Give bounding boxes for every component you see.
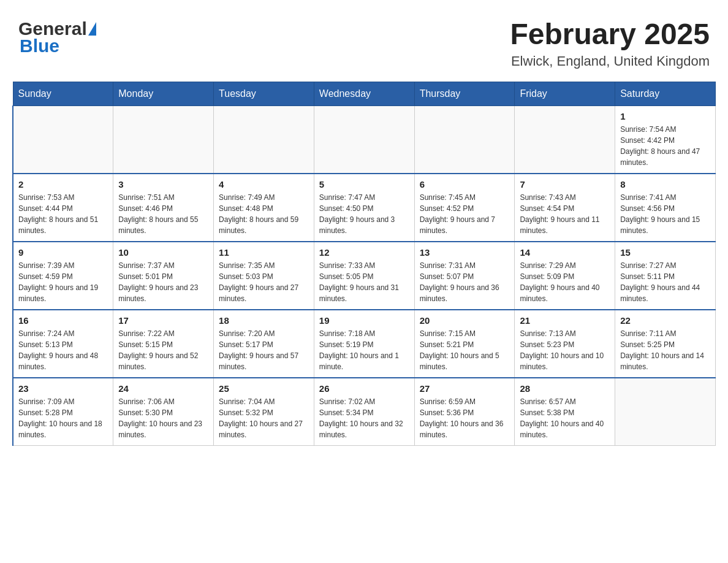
day-number: 22 (620, 315, 710, 326)
day-info: Sunrise: 7:27 AM Sunset: 5:11 PM Dayligh… (620, 260, 710, 304)
calendar-cell: 14Sunrise: 7:29 AM Sunset: 5:09 PM Dayli… (515, 242, 615, 310)
day-number: 28 (520, 383, 610, 394)
calendar-cell: 21Sunrise: 7:13 AM Sunset: 5:23 PM Dayli… (515, 310, 615, 378)
day-info: Sunrise: 7:37 AM Sunset: 5:01 PM Dayligh… (118, 260, 208, 304)
calendar-header-thursday: Thursday (414, 82, 515, 105)
calendar-week-row-3: 16Sunrise: 7:24 AM Sunset: 5:13 PM Dayli… (13, 310, 716, 378)
day-info: Sunrise: 7:20 AM Sunset: 5:17 PM Dayligh… (219, 328, 309, 372)
day-info: Sunrise: 7:31 AM Sunset: 5:07 PM Dayligh… (420, 260, 510, 304)
calendar-cell: 7Sunrise: 7:43 AM Sunset: 4:54 PM Daylig… (515, 174, 615, 242)
day-number: 16 (18, 315, 108, 326)
calendar-table: SundayMondayTuesdayWednesdayThursdayFrid… (12, 82, 716, 446)
day-number: 23 (18, 383, 108, 394)
calendar-cell (214, 105, 314, 174)
day-info: Sunrise: 7:09 AM Sunset: 5:28 PM Dayligh… (18, 396, 108, 440)
day-number: 8 (620, 179, 710, 190)
day-number: 27 (420, 383, 510, 394)
day-number: 17 (118, 315, 208, 326)
calendar-cell: 15Sunrise: 7:27 AM Sunset: 5:11 PM Dayli… (615, 242, 716, 310)
logo-triangle-icon (88, 22, 96, 36)
day-info: Sunrise: 7:35 AM Sunset: 5:03 PM Dayligh… (219, 260, 309, 304)
day-number: 21 (520, 315, 610, 326)
calendar-cell: 2Sunrise: 7:53 AM Sunset: 4:44 PM Daylig… (13, 174, 113, 242)
calendar-week-row-1: 2Sunrise: 7:53 AM Sunset: 4:44 PM Daylig… (13, 174, 716, 242)
day-info: Sunrise: 6:57 AM Sunset: 5:38 PM Dayligh… (520, 396, 610, 440)
calendar-header-sunday: Sunday (13, 82, 113, 105)
calendar-cell: 26Sunrise: 7:02 AM Sunset: 5:34 PM Dayli… (314, 378, 414, 446)
day-number: 20 (420, 315, 510, 326)
day-number: 1 (620, 111, 710, 121)
day-info: Sunrise: 7:47 AM Sunset: 4:50 PM Dayligh… (319, 192, 409, 236)
day-info: Sunrise: 7:45 AM Sunset: 4:52 PM Dayligh… (420, 192, 510, 236)
day-number: 3 (118, 179, 208, 190)
day-number: 18 (219, 315, 309, 326)
calendar-cell: 18Sunrise: 7:20 AM Sunset: 5:17 PM Dayli… (214, 310, 314, 378)
day-number: 13 (420, 247, 510, 258)
day-number: 2 (18, 179, 108, 190)
calendar-cell: 19Sunrise: 7:18 AM Sunset: 5:19 PM Dayli… (314, 310, 414, 378)
calendar-cell: 23Sunrise: 7:09 AM Sunset: 5:28 PM Dayli… (13, 378, 113, 446)
calendar-header-wednesday: Wednesday (314, 82, 414, 105)
day-info: Sunrise: 7:11 AM Sunset: 5:25 PM Dayligh… (620, 328, 710, 372)
day-info: Sunrise: 7:39 AM Sunset: 4:59 PM Dayligh… (18, 260, 108, 304)
day-info: Sunrise: 7:18 AM Sunset: 5:19 PM Dayligh… (319, 328, 409, 372)
day-info: Sunrise: 7:43 AM Sunset: 4:54 PM Dayligh… (520, 192, 610, 236)
calendar-cell (13, 105, 113, 174)
logo: General Blue (18, 18, 96, 56)
day-number: 12 (319, 247, 409, 258)
calendar-header-monday: Monday (113, 82, 214, 105)
day-number: 10 (118, 247, 208, 258)
day-number: 14 (520, 247, 610, 258)
calendar-week-row-2: 9Sunrise: 7:39 AM Sunset: 4:59 PM Daylig… (13, 242, 716, 310)
calendar-cell: 20Sunrise: 7:15 AM Sunset: 5:21 PM Dayli… (414, 310, 515, 378)
day-number: 9 (18, 247, 108, 258)
calendar-cell: 24Sunrise: 7:06 AM Sunset: 5:30 PM Dayli… (113, 378, 214, 446)
day-number: 24 (118, 383, 208, 394)
calendar-week-row-4: 23Sunrise: 7:09 AM Sunset: 5:28 PM Dayli… (13, 378, 716, 446)
calendar-cell: 1Sunrise: 7:54 AM Sunset: 4:42 PM Daylig… (615, 105, 716, 174)
calendar-cell (314, 105, 414, 174)
day-info: Sunrise: 7:02 AM Sunset: 5:34 PM Dayligh… (319, 396, 409, 440)
day-number: 15 (620, 247, 710, 258)
calendar-cell: 16Sunrise: 7:24 AM Sunset: 5:13 PM Dayli… (13, 310, 113, 378)
calendar-cell: 5Sunrise: 7:47 AM Sunset: 4:50 PM Daylig… (314, 174, 414, 242)
calendar-header-friday: Friday (515, 82, 615, 105)
calendar-header-saturday: Saturday (615, 82, 716, 105)
day-info: Sunrise: 7:15 AM Sunset: 5:21 PM Dayligh… (420, 328, 510, 372)
day-info: Sunrise: 7:13 AM Sunset: 5:23 PM Dayligh… (520, 328, 610, 372)
calendar-cell: 3Sunrise: 7:51 AM Sunset: 4:46 PM Daylig… (113, 174, 214, 242)
calendar-cell: 17Sunrise: 7:22 AM Sunset: 5:15 PM Dayli… (113, 310, 214, 378)
calendar-cell: 28Sunrise: 6:57 AM Sunset: 5:38 PM Dayli… (515, 378, 615, 446)
calendar-cell: 12Sunrise: 7:33 AM Sunset: 5:05 PM Dayli… (314, 242, 414, 310)
calendar-cell: 22Sunrise: 7:11 AM Sunset: 5:25 PM Dayli… (615, 310, 716, 378)
calendar-subtitle: Elwick, England, United Kingdom (510, 53, 710, 69)
calendar-header-tuesday: Tuesday (214, 82, 314, 105)
day-number: 11 (219, 247, 309, 258)
day-number: 7 (520, 179, 610, 190)
day-number: 5 (319, 179, 409, 190)
calendar-cell (615, 378, 716, 446)
day-number: 19 (319, 315, 409, 326)
calendar-cell (414, 105, 515, 174)
day-info: Sunrise: 7:49 AM Sunset: 4:48 PM Dayligh… (219, 192, 309, 236)
calendar-cell: 6Sunrise: 7:45 AM Sunset: 4:52 PM Daylig… (414, 174, 515, 242)
calendar-cell (113, 105, 214, 174)
day-number: 26 (319, 383, 409, 394)
calendar-cell: 10Sunrise: 7:37 AM Sunset: 5:01 PM Dayli… (113, 242, 214, 310)
calendar-cell: 8Sunrise: 7:41 AM Sunset: 4:56 PM Daylig… (615, 174, 716, 242)
calendar-cell (515, 105, 615, 174)
day-number: 4 (219, 179, 309, 190)
day-info: Sunrise: 7:29 AM Sunset: 5:09 PM Dayligh… (520, 260, 610, 304)
day-info: Sunrise: 7:53 AM Sunset: 4:44 PM Dayligh… (18, 192, 108, 236)
calendar-cell: 11Sunrise: 7:35 AM Sunset: 5:03 PM Dayli… (214, 242, 314, 310)
calendar-cell: 4Sunrise: 7:49 AM Sunset: 4:48 PM Daylig… (214, 174, 314, 242)
day-number: 6 (420, 179, 510, 190)
calendar-title: February 2025 (510, 18, 710, 51)
title-area: February 2025 Elwick, England, United Ki… (510, 18, 710, 69)
day-number: 25 (219, 383, 309, 394)
day-info: Sunrise: 7:22 AM Sunset: 5:15 PM Dayligh… (118, 328, 208, 372)
calendar-cell: 27Sunrise: 6:59 AM Sunset: 5:36 PM Dayli… (414, 378, 515, 446)
header: General Blue February 2025 Elwick, Engla… (12, 12, 716, 75)
calendar-cell: 25Sunrise: 7:04 AM Sunset: 5:32 PM Dayli… (214, 378, 314, 446)
logo-blue-text: Blue (18, 36, 59, 56)
